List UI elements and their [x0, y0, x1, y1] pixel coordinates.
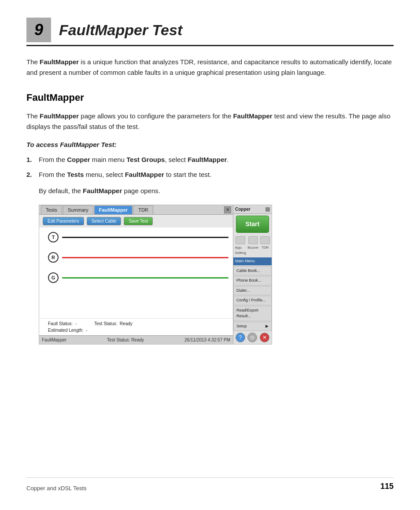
statusbar-left: FaultMapper — [42, 337, 66, 343]
chapter-header: 9 FaultMapper Test — [26, 18, 394, 46]
screen-statusbar: FaultMapper Test Status: Ready 26/11/201… — [39, 335, 233, 344]
chapter-title: FaultMapper Test — [59, 19, 182, 41]
chapter-number: 9 — [26, 18, 51, 42]
edit-parameters-button[interactable]: Edit Parameters — [43, 217, 84, 225]
buzzer-label: Buzzer — [247, 245, 258, 250]
step-2: 2. From the Tests menu, select FaultMapp… — [26, 169, 394, 180]
wire-circle-r: R — [48, 252, 59, 263]
bottom-icons: ? ⊙ ✕ — [233, 331, 272, 344]
setup-arrow-icon: ▶ — [265, 323, 269, 330]
tdr-icon-cell[interactable]: TDR — [260, 236, 270, 256]
menu-phone-book[interactable]: Phone Book... — [233, 276, 272, 286]
footer-left: Copper and xDSL Tests — [26, 484, 87, 493]
tab-close-button[interactable]: ✕ — [224, 206, 231, 213]
buzzer-icon — [248, 236, 258, 244]
fault-status: Fault Status: - — [48, 320, 77, 327]
statusbar-center: Test Status: Ready — [107, 337, 144, 343]
tdr-icon — [260, 236, 270, 244]
wire-line-g — [62, 277, 228, 279]
app-setting-icon-cell[interactable]: App.Setting — [235, 236, 246, 256]
by-default-para: By default, the FaultMapper page opens. — [39, 186, 394, 196]
save-test-button[interactable]: Save Test — [124, 217, 153, 225]
status-row: Fault Status: - Test Status: Ready — [48, 320, 229, 327]
screen-status-area: Fault Status: - Test Status: Ready Estim… — [39, 318, 233, 335]
start-button[interactable]: Start — [236, 216, 269, 233]
wire-line-r — [62, 257, 228, 258]
copper-icon — [265, 207, 270, 212]
step-2-text: From the Tests menu, select FaultMapper … — [39, 169, 211, 180]
wire-row-g: G — [48, 272, 228, 283]
copper-header: Copper — [233, 205, 272, 214]
wire-line-t — [62, 237, 228, 238]
menu-cable-book[interactable]: Cable Book... — [233, 266, 272, 276]
page-number: 115 — [380, 481, 394, 492]
buzzer-icon-cell[interactable]: Buzzer — [247, 236, 258, 256]
copper-title: Copper — [235, 206, 251, 213]
intro-paragraph: The FaultMapper is a unique function tha… — [26, 57, 394, 78]
app-setting-label: App.Setting — [235, 245, 246, 256]
page-footer: Copper and xDSL Tests 115 — [26, 477, 394, 492]
app-setting-icon — [236, 236, 245, 244]
section-bold2: FaultMapper — [233, 112, 272, 120]
estimated-length: Estimated Length: - — [48, 327, 229, 334]
copper-sidebar: Copper Start App.Setting Buzzer TDR Ma — [233, 205, 272, 344]
tab-faultmapper[interactable]: FaultMapper — [94, 205, 133, 214]
screen-toolbar: Edit Parameters Select Cable Save Test — [39, 215, 233, 227]
access-heading: To access FaultMapper Test: — [26, 140, 394, 150]
test-status: Test Status: Ready — [94, 320, 133, 327]
menu-setup-label: Setup — [236, 323, 247, 330]
wire-circle-t: T — [48, 232, 59, 242]
menu-read-export[interactable]: Read/Export Result... — [233, 306, 272, 321]
menu-dialer[interactable]: Dialer... — [233, 286, 272, 296]
intro-bold-faultmapper: FaultMapper — [40, 58, 79, 66]
menu-items: Cable Book... Phone Book... Dialer... Co… — [233, 266, 272, 331]
tdr-label: TDR — [262, 245, 269, 250]
wire-row-r: R — [48, 252, 228, 263]
section-title: FaultMapper — [26, 90, 394, 105]
select-cable-button[interactable]: Select Cable — [87, 217, 122, 225]
icon-row: App.Setting Buzzer TDR — [233, 235, 272, 256]
section-bold1: FaultMapper — [40, 112, 79, 120]
main-menu-label: Main Menu — [233, 257, 272, 265]
bottom-icon-3[interactable]: ✕ — [260, 333, 269, 342]
screen-tabs-bar: Tests Summary FaultMapper TDR ✕ — [39, 205, 233, 215]
wire-diagram: T R G — [39, 227, 233, 318]
bottom-icon-1[interactable]: ? — [236, 333, 245, 342]
tab-tdr[interactable]: TDR — [133, 205, 153, 214]
step-1-text: From the Copper main menu Test Groups, s… — [39, 154, 229, 165]
content-area: The FaultMapper is a unique function tha… — [26, 57, 394, 345]
screenshot: Tests Summary FaultMapper TDR ✕ Edit Par… — [39, 205, 272, 345]
step-1-num: 1. — [26, 154, 39, 165]
bydefault-bold: FaultMapper — [83, 187, 122, 194]
wire-row-t: T — [48, 232, 228, 242]
section-paragraph: The FaultMapper page allows you to confi… — [26, 111, 394, 132]
bottom-icon-2[interactable]: ⊙ — [247, 333, 257, 342]
menu-setup[interactable]: Setup ▶ — [233, 322, 272, 331]
steps-list: 1. From the Copper main menu Test Groups… — [26, 154, 394, 180]
statusbar-right: 26/11/2013 4:32:57 PM — [184, 337, 230, 343]
screen-left-panel: Tests Summary FaultMapper TDR ✕ Edit Par… — [39, 205, 233, 344]
wire-circle-g: G — [48, 272, 59, 283]
tab-summary[interactable]: Summary — [63, 205, 93, 214]
menu-config-profile[interactable]: Config / Profile... — [233, 296, 272, 305]
tab-tests[interactable]: Tests — [41, 205, 62, 214]
step-2-num: 2. — [26, 169, 39, 180]
step-1: 1. From the Copper main menu Test Groups… — [26, 154, 394, 165]
